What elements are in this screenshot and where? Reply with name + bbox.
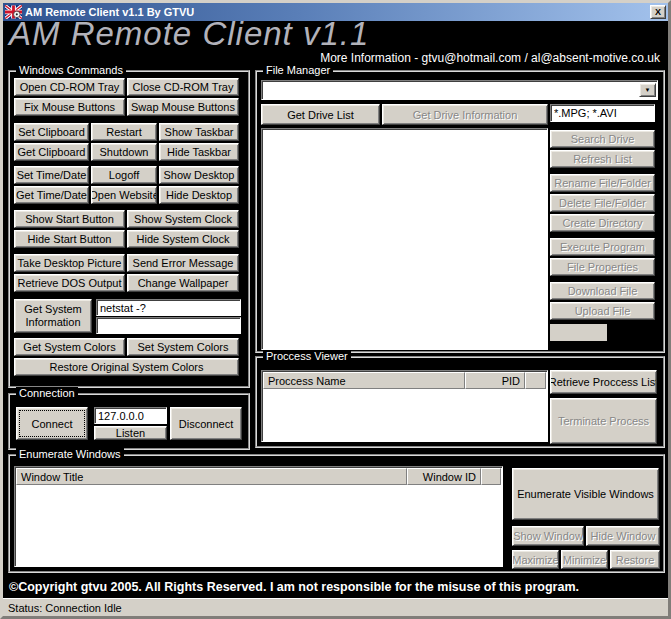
enumerate-windows-label: Enumerate Windows bbox=[16, 448, 124, 461]
open-website-button[interactable]: Open Website bbox=[91, 186, 157, 204]
maximize-button: Maximize bbox=[512, 550, 559, 569]
enumerate-visible-windows-button[interactable]: Enumerate Visible Windows bbox=[512, 468, 659, 520]
connection-label: Connection bbox=[16, 387, 78, 400]
retrieve-process-list-button[interactable]: Retrieve Proccess List bbox=[550, 370, 657, 394]
file-manager-group: File Manager ▼ Get Drive List Get Drive … bbox=[255, 70, 665, 353]
logoff-button[interactable]: Logoff bbox=[91, 166, 157, 184]
fix-mouse-buttons-button[interactable]: Fix Mouse Buttons bbox=[14, 98, 125, 116]
contact-info: More Information - gtvu@hotmail.com / al… bbox=[320, 51, 660, 65]
set-time-date-button[interactable]: Set Time/Date bbox=[14, 166, 89, 184]
file-path-value[interactable] bbox=[262, 81, 639, 99]
windows-commands-label: Windows Commands bbox=[16, 64, 126, 77]
process-name-column-header[interactable]: Proccess Name bbox=[263, 372, 465, 389]
file-list[interactable] bbox=[261, 128, 548, 350]
create-directory-button: Create Directory bbox=[550, 214, 655, 232]
system-output-input[interactable] bbox=[96, 317, 241, 334]
open-cdrom-tray-button[interactable]: Open CD-ROM Tray bbox=[14, 78, 125, 96]
file-path-combobox[interactable]: ▼ bbox=[261, 80, 658, 100]
spacer-column-header[interactable] bbox=[525, 372, 546, 389]
set-system-colors-button[interactable]: Set System Colors bbox=[127, 338, 239, 356]
show-start-button-button[interactable]: Show Start Button bbox=[14, 210, 125, 228]
hide-taskbar-button[interactable]: Hide Taskbar bbox=[159, 143, 239, 161]
enumerate-windows-group: Enumerate Windows Window Title Window ID… bbox=[8, 454, 665, 573]
get-drive-list-button[interactable]: Get Drive List bbox=[261, 104, 380, 125]
get-system-colors-button[interactable]: Get System Colors bbox=[14, 338, 125, 356]
get-time-date-button[interactable]: Get Time/Date bbox=[14, 186, 89, 204]
show-system-clock-button[interactable]: Show System Clock bbox=[127, 210, 239, 228]
copyright-bar: ©Copyright gtvu 2005. All Rights Reserve… bbox=[3, 575, 668, 598]
windows-commands-group: Windows Commands Open CD-ROM Tray Close … bbox=[8, 70, 250, 388]
process-viewer-label: Proccess Viewer bbox=[263, 350, 351, 363]
delete-file-folder-button: Delete File/Folder bbox=[550, 194, 655, 212]
file-mask-input[interactable] bbox=[550, 104, 655, 122]
get-clipboard-button[interactable]: Get Clipboard bbox=[14, 143, 89, 161]
restore-button: Restore bbox=[610, 550, 660, 569]
hide-desktop-button[interactable]: Hide Desktop bbox=[159, 186, 239, 204]
close-cdrom-tray-button[interactable]: Close CD-ROM Tray bbox=[127, 78, 239, 96]
download-file-button: Download File bbox=[550, 282, 655, 300]
get-drive-information-button: Get Drive Information bbox=[382, 104, 548, 125]
restore-original-system-colors-button[interactable]: Restore Original System Colors bbox=[14, 358, 239, 376]
change-wallpaper-button[interactable]: Change Wallpaper bbox=[127, 274, 239, 292]
get-system-information-button[interactable]: Get System Information bbox=[14, 299, 92, 333]
connection-group: Connection Connect Listen Disconnect bbox=[8, 393, 250, 450]
disconnect-button[interactable]: Disconnect bbox=[170, 407, 242, 440]
app-window: AM Remote Client v1.1 By GTVU X AM Remot… bbox=[0, 0, 671, 619]
app-title: AM Remote Client v1.1 bbox=[9, 15, 369, 53]
ip-address-input[interactable] bbox=[94, 407, 167, 424]
system-command-input[interactable] bbox=[96, 299, 241, 316]
chevron-down-icon[interactable]: ▼ bbox=[639, 83, 656, 97]
spacer-column-header[interactable] bbox=[481, 468, 501, 485]
window-id-column-header[interactable]: Window ID bbox=[407, 468, 481, 485]
refresh-list-button: Refresh List bbox=[550, 150, 655, 168]
close-icon[interactable]: X bbox=[650, 5, 666, 19]
retrieve-dos-output-button[interactable]: Retrieve DOS Output bbox=[14, 274, 125, 292]
hide-window-button: Hide Window bbox=[586, 526, 660, 546]
status-bar: Status: Connection Idle bbox=[3, 598, 668, 616]
show-window-button: Show Window bbox=[512, 526, 584, 546]
swap-mouse-buttons-button[interactable]: Swap Mouse Buttons bbox=[127, 98, 239, 116]
connect-button[interactable]: Connect bbox=[16, 407, 88, 440]
set-clipboard-button[interactable]: Set Clipboard bbox=[14, 123, 89, 141]
header: AM Remote Client v1.1 More Information -… bbox=[3, 21, 668, 70]
window-list-header: Window Title Window ID bbox=[16, 468, 501, 485]
listen-button[interactable]: Listen bbox=[94, 426, 167, 440]
rename-file-folder-button: Rename File/Folder bbox=[550, 174, 655, 192]
take-desktop-picture-button[interactable]: Take Desktop Picture bbox=[14, 254, 125, 272]
show-desktop-button[interactable]: Show Desktop bbox=[159, 166, 239, 184]
process-list-header: Proccess Name PID bbox=[263, 372, 546, 389]
process-viewer-group: Proccess Viewer Proccess Name PID Retrie… bbox=[255, 356, 665, 448]
progress-placeholder bbox=[550, 324, 607, 341]
process-list[interactable]: Proccess Name PID bbox=[261, 370, 548, 442]
search-drive-button: Search Drive bbox=[550, 130, 655, 148]
hide-system-clock-button[interactable]: Hide System Clock bbox=[127, 230, 239, 248]
send-error-message-button[interactable]: Send Error Message bbox=[127, 254, 239, 272]
pid-column-header[interactable]: PID bbox=[465, 372, 525, 389]
upload-file-button: Upload File bbox=[550, 302, 655, 320]
file-properties-button: File Properties bbox=[550, 258, 655, 276]
shutdown-button[interactable]: Shutdown bbox=[91, 143, 157, 161]
execute-program-button: Execute Program bbox=[550, 238, 655, 256]
file-manager-label: File Manager bbox=[263, 64, 333, 77]
hide-start-button-button[interactable]: Hide Start Button bbox=[14, 230, 125, 248]
window-title-column-header[interactable]: Window Title bbox=[16, 468, 407, 485]
window-list[interactable]: Window Title Window ID bbox=[14, 466, 503, 567]
minimize-button: Minimize bbox=[561, 550, 608, 569]
show-taskbar-button[interactable]: Show Taskbar bbox=[159, 123, 239, 141]
terminate-process-button: Terminate Process bbox=[550, 398, 657, 444]
restart-button[interactable]: Restart bbox=[91, 123, 157, 141]
